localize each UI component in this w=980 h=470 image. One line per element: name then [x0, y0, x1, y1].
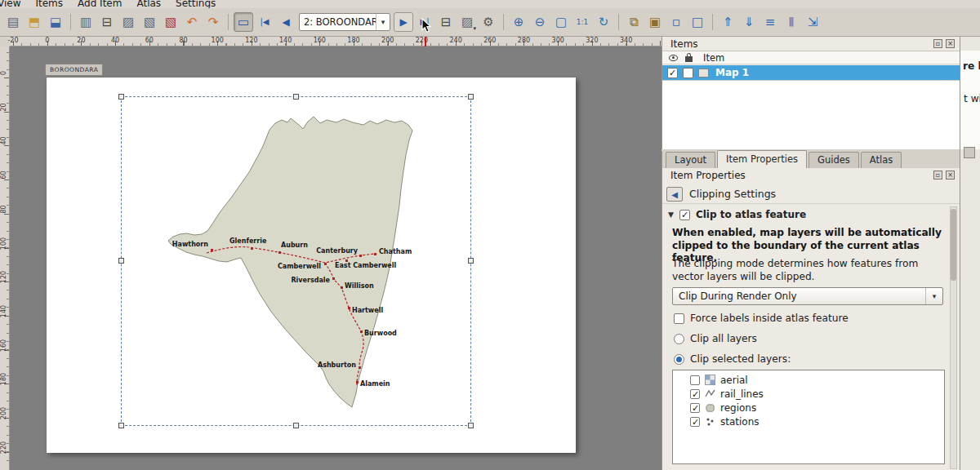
select-all-icon: ▫ — [672, 16, 680, 29]
undo-button[interactable]: ↶ — [182, 12, 202, 32]
selection-handle[interactable] — [118, 423, 124, 428]
lock-checkbox[interactable] — [683, 68, 693, 78]
clip-layer-row-regions[interactable]: regions — [673, 401, 944, 415]
collapse-triangle-icon[interactable]: ▼ — [668, 211, 674, 219]
export-image-button[interactable]: ▨ — [118, 12, 138, 32]
export-atlas-button[interactable]: ▨▾ — [457, 12, 477, 32]
save-button[interactable]: ⬓ — [46, 12, 65, 32]
map-item-selection-frame[interactable] — [121, 96, 471, 426]
zoom-full-button[interactable]: ▢ — [551, 12, 571, 32]
zoom-actual-button[interactable]: 1:1 — [572, 12, 592, 32]
zoom-in-button[interactable]: ⊕ — [509, 12, 528, 32]
scrollbar[interactable] — [950, 206, 957, 469]
select-all-button[interactable]: ▫ — [666, 12, 686, 32]
add-page-button[interactable]: ▥ — [76, 12, 96, 32]
export-pdf-button[interactable]: ▧ — [161, 12, 180, 32]
selection-handle[interactable] — [468, 423, 474, 428]
redo-button[interactable]: ↷ — [203, 12, 223, 32]
next-feature-icon: ▶ — [399, 17, 407, 27]
force-labels-checkbox[interactable] — [674, 313, 684, 324]
chevron-down-icon[interactable]: ▾ — [925, 288, 942, 304]
clip-selected-layers-radio[interactable] — [674, 354, 684, 365]
raster-layer-icon — [705, 375, 715, 385]
layer-checkbox[interactable] — [690, 389, 700, 399]
layer-checkbox[interactable] — [690, 403, 700, 413]
atlas-settings-button[interactable]: ⚙ — [479, 12, 498, 32]
tab-layout[interactable]: Layout — [666, 152, 715, 168]
clip-to-atlas-label: Clip to atlas feature — [696, 209, 806, 220]
layer-checkbox[interactable] — [690, 375, 700, 385]
ruler-label: 180 — [345, 37, 362, 44]
menu-add-item[interactable]: Add Item — [70, 0, 129, 8]
ruler-label: 180 — [0, 371, 7, 388]
menu-settings[interactable]: Settings — [168, 0, 223, 8]
copy-button[interactable]: ⧉ — [624, 12, 644, 32]
print-atlas-button[interactable]: ⊟ — [436, 12, 456, 32]
tab-guides[interactable]: Guides — [808, 152, 859, 168]
selection-handle[interactable] — [118, 94, 124, 100]
open-folder-button[interactable]: ⬒ — [24, 12, 44, 32]
items-row-map-1[interactable]: Map 1 — [662, 65, 960, 80]
save-as-template-button[interactable]: ▤ — [3, 12, 23, 32]
export-svg-button[interactable]: ▧ — [140, 12, 159, 32]
scrollbar-thumb[interactable] — [951, 209, 956, 281]
paste-button[interactable]: ▣ — [645, 12, 665, 32]
next-feature-button[interactable]: ▶ — [394, 12, 413, 32]
print-button[interactable]: ⊟ — [97, 12, 117, 32]
clip-layer-row-aerial[interactable]: aerial — [673, 373, 944, 387]
atlas-feature-combo[interactable]: 2: BOROONDARA▾ — [299, 13, 390, 31]
preview-atlas-button[interactable]: ▭ — [234, 12, 253, 32]
first-feature-button[interactable]: |◀ — [255, 12, 274, 32]
distribute-items-button[interactable]: ⫴ — [782, 12, 801, 32]
selection-handle[interactable] — [118, 258, 124, 264]
menu-atlas[interactable]: Atlas — [129, 0, 168, 8]
ruler-label: 220 — [0, 439, 7, 455]
clip-layer-row-rail-lines[interactable]: rail_lines — [673, 387, 944, 401]
clip-selected-layers-label: Clip selected layers: — [690, 353, 791, 365]
layer-checkbox[interactable] — [690, 417, 700, 427]
raise-items-button[interactable]: ⇑ — [718, 12, 737, 32]
zoom-out-button[interactable]: ⊖ — [530, 12, 550, 32]
selection-handle[interactable] — [293, 94, 299, 100]
align-items-icon: ≡ — [765, 16, 776, 29]
selection-handle[interactable] — [293, 423, 299, 428]
align-items-button[interactable]: ≡ — [760, 12, 780, 32]
raise-items-icon: ⇑ — [723, 16, 733, 29]
clip-layer-row-stations[interactable]: stations — [673, 415, 944, 428]
zoom-full-icon: ▢ — [555, 16, 567, 29]
close-panel-icon[interactable]: × — [946, 39, 955, 48]
qgis-layout-window: ViewItemsAdd ItemAtlasSettings ▤⬒⬓▥⊟▨▧▧↶… — [0, 0, 980, 470]
clip-all-layers-row[interactable]: Clip all layers — [674, 332, 757, 345]
refresh-button[interactable]: ↻ — [594, 12, 613, 32]
resize-items-icon: ⇲ — [808, 16, 818, 29]
tab-item-properties[interactable]: Item Properties — [717, 150, 807, 168]
clip-to-atlas-checkbox[interactable] — [679, 210, 690, 220]
clip-selected-layers-row[interactable]: Clip selected layers: — [674, 352, 791, 366]
clip-layers-list: aerialrail_linesregionsstations — [672, 370, 945, 464]
clip-to-atlas-section-header[interactable]: ▼ Clip to atlas feature — [662, 206, 960, 224]
back-button[interactable]: ◀ — [666, 187, 683, 202]
float-panel-icon[interactable]: ▫ — [933, 171, 942, 180]
horizontal-ruler: -200204060801001201401601802002202402602… — [10, 37, 662, 47]
ruler-label: 100 — [209, 37, 225, 44]
clipping-mode-combo[interactable]: Clip During Render Only ▾ — [672, 287, 943, 305]
visibility-checkbox[interactable] — [667, 68, 678, 78]
menu-view[interactable]: View — [0, 0, 28, 8]
close-panel-icon[interactable]: × — [946, 171, 955, 180]
clip-all-layers-radio[interactable] — [674, 334, 684, 344]
item-properties-title: Item Properties — [667, 170, 930, 181]
previous-feature-button[interactable]: ◀ — [276, 12, 296, 32]
float-panel-icon[interactable]: ▫ — [933, 39, 942, 48]
deselect-button[interactable]: □ — [688, 12, 707, 32]
resize-items-button[interactable]: ⇲ — [803, 12, 822, 32]
menu-items[interactable]: Items — [28, 0, 70, 8]
tab-atlas[interactable]: Atlas — [861, 152, 902, 168]
ruler-label: 260 — [482, 37, 498, 44]
paste-icon: ▣ — [649, 16, 661, 29]
selection-handle[interactable] — [468, 258, 474, 264]
last-feature-button[interactable]: ▶| — [415, 12, 434, 32]
selection-handle[interactable] — [468, 94, 474, 100]
force-labels-row[interactable]: Force labels inside atlas feature — [674, 312, 849, 325]
lower-items-button[interactable]: ⇓ — [739, 12, 759, 32]
chevron-down-icon[interactable]: ▾ — [376, 14, 390, 30]
